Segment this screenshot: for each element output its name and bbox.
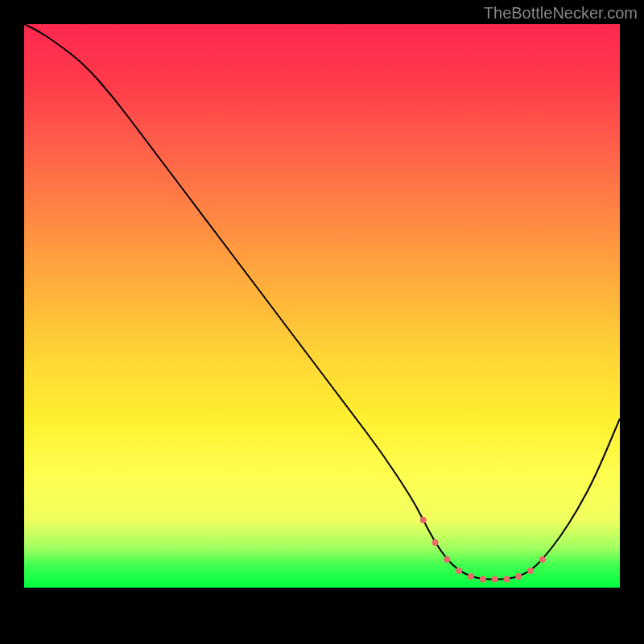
marker-dot [444, 556, 450, 563]
marker-dot [515, 573, 522, 580]
marker-dot [432, 539, 439, 546]
marker-dot [456, 568, 462, 574]
marker-dot [539, 556, 546, 563]
plot-area [24, 24, 620, 588]
chart-container [24, 24, 620, 620]
bottleneck-curve [24, 24, 620, 580]
marker-dot [480, 576, 486, 583]
marker-dot [492, 576, 498, 583]
marker-dot [468, 573, 474, 580]
curve-svg [24, 24, 620, 588]
marker-dot [420, 517, 427, 523]
marker-dot [527, 568, 534, 574]
marker-dot [503, 576, 510, 583]
watermark-label: TheBottleNecker.com [484, 4, 638, 23]
